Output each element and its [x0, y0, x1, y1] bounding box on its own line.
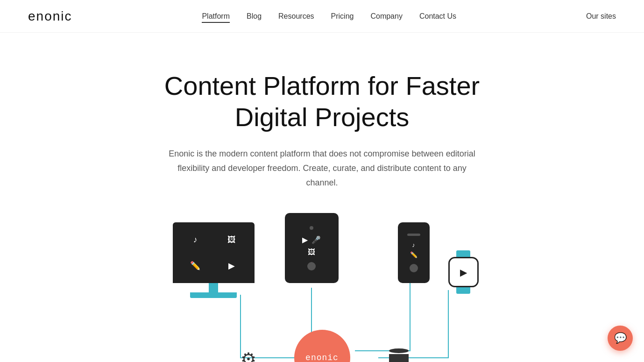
tablet-icons-top: ▶ 🎤: [302, 235, 321, 244]
chat-button[interactable]: 💬: [608, 326, 633, 351]
monitor-base: [190, 292, 237, 298]
device-phone: ♪ ✏️: [398, 222, 430, 283]
phone-icon-music: ♪: [412, 241, 415, 248]
nav-link-platform[interactable]: Platform: [202, 12, 230, 23]
watch-icon-play: ▶: [460, 267, 467, 278]
enonic-center-logo: enonic: [294, 330, 350, 362]
monitor-screen: ♪ 🖼 ✏️ ▶: [173, 222, 255, 283]
nav-item-resources[interactable]: Resources: [278, 12, 314, 21]
monitor-icon-music: ♪: [179, 228, 212, 251]
phone-speaker: [407, 234, 420, 236]
nav-menu: Platform Blog Resources Pricing Company …: [202, 12, 456, 21]
nav-item-platform[interactable]: Platform: [202, 12, 230, 21]
phone-icon-edit: ✏️: [410, 251, 418, 258]
tablet-body: ▶ 🎤 🖼: [285, 213, 339, 283]
watch-body: ▶: [448, 257, 479, 287]
watch-band-top: [456, 250, 470, 257]
hero-section: Content Platform for Faster Digital Proj…: [0, 33, 644, 362]
nav-link-pricing[interactable]: Pricing: [331, 12, 354, 22]
tablet-camera: [310, 226, 313, 230]
nav-link-contact[interactable]: Contact Us: [419, 12, 456, 22]
watch-band-bottom: [456, 287, 470, 294]
monitor-icon-play: ▶: [215, 254, 248, 277]
tablet-icon-play: ▶: [302, 235, 308, 244]
device-monitor: ♪ 🖼 ✏️ ▶: [173, 222, 255, 298]
device-tablet: ▶ 🎤 🖼: [285, 213, 339, 283]
hero-subtext: Enonic is the modern content platform th…: [168, 147, 476, 190]
chat-icon: 💬: [614, 332, 627, 344]
phone-body: ♪ ✏️: [398, 222, 430, 283]
tablet-icons-bottom: 🖼: [308, 248, 315, 256]
nav-link-resources[interactable]: Resources: [278, 12, 314, 22]
tablet-icon-mic: 🎤: [311, 235, 321, 244]
diagram: ♪ 🖼 ✏️ ▶ ▶ 🎤 🖼: [159, 213, 486, 362]
device-watch: ▶: [448, 250, 479, 294]
gear-icon: ⚙: [241, 349, 256, 362]
tablet-icon-image: 🖼: [308, 248, 315, 256]
our-sites-link[interactable]: Our sites: [586, 12, 616, 21]
monitor-icon-image: 🖼: [215, 228, 248, 251]
tablet-home-btn: [307, 262, 316, 270]
navbar: enonic Platform Blog Resources Pricing C…: [0, 0, 644, 33]
nav-item-blog[interactable]: Blog: [247, 12, 262, 21]
nav-item-pricing[interactable]: Pricing: [331, 12, 354, 21]
nav-item-company[interactable]: Company: [370, 12, 402, 21]
monitor-stand: [209, 283, 218, 292]
nav-link-blog[interactable]: Blog: [247, 12, 262, 22]
nav-item-contact[interactable]: Contact Us: [419, 12, 456, 21]
phone-home-btn: [410, 264, 418, 272]
logo[interactable]: enonic: [28, 9, 72, 24]
monitor-icon-edit: ✏️: [179, 254, 212, 277]
nav-link-company[interactable]: Company: [370, 12, 402, 22]
database-icon: [389, 348, 409, 362]
hero-headline: Content Platform for Faster Digital Proj…: [159, 70, 486, 133]
center-logo-text: enonic: [305, 353, 339, 362]
